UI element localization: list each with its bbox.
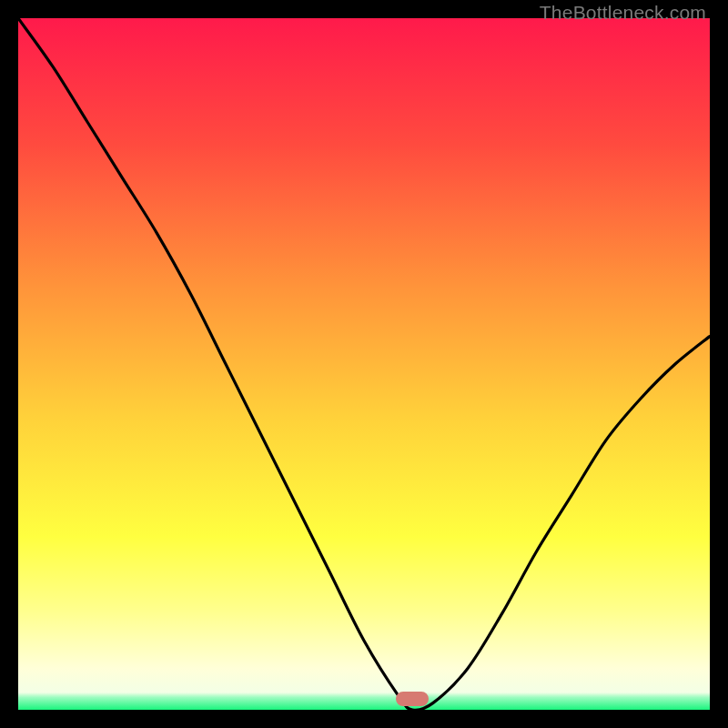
chart-frame <box>18 18 710 710</box>
watermark-text: TheBottleneck.com <box>540 2 706 24</box>
bottleneck-chart <box>18 18 710 710</box>
gradient-background <box>18 18 710 710</box>
optimum-marker <box>396 692 429 706</box>
